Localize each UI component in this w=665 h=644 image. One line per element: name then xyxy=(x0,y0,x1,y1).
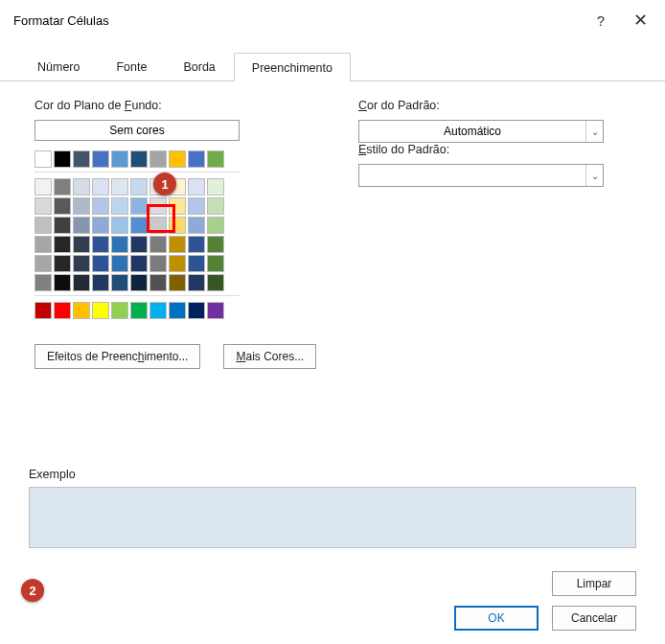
pattern-color-dropdown[interactable]: Automático ⌄ xyxy=(358,120,604,143)
color-swatch[interactable] xyxy=(207,255,224,272)
color-swatch[interactable] xyxy=(54,302,71,319)
color-swatch[interactable] xyxy=(92,217,109,234)
color-swatch[interactable] xyxy=(130,150,148,168)
color-swatch[interactable] xyxy=(54,178,71,196)
color-swatch[interactable] xyxy=(54,197,71,215)
color-swatch[interactable] xyxy=(169,150,186,168)
color-swatch[interactable] xyxy=(73,302,90,319)
color-swatch[interactable] xyxy=(130,274,148,291)
color-swatch[interactable] xyxy=(92,274,109,291)
color-swatch[interactable] xyxy=(149,302,167,319)
example-group: Exemplo xyxy=(29,468,636,548)
color-swatch[interactable] xyxy=(130,197,148,215)
tab-fonte[interactable]: Fonte xyxy=(98,52,165,80)
color-swatch[interactable] xyxy=(207,150,224,168)
color-swatch[interactable] xyxy=(111,217,128,234)
color-swatch[interactable] xyxy=(169,178,186,196)
fill-effects-button[interactable]: Efeitos de Preenchimento... xyxy=(34,344,200,369)
color-swatch[interactable] xyxy=(54,236,71,253)
color-swatch[interactable] xyxy=(130,178,148,196)
color-swatch[interactable] xyxy=(169,274,186,291)
color-swatch[interactable] xyxy=(188,150,205,168)
color-swatch[interactable] xyxy=(54,150,71,168)
color-swatch[interactable] xyxy=(207,236,224,253)
color-swatch[interactable] xyxy=(149,255,167,272)
color-swatch[interactable] xyxy=(111,150,128,168)
color-swatch[interactable] xyxy=(111,236,128,253)
color-swatch[interactable] xyxy=(130,255,148,272)
color-swatch[interactable] xyxy=(73,236,90,253)
color-swatch[interactable] xyxy=(111,197,128,215)
no-color-button[interactable]: Sem cores xyxy=(34,120,240,141)
color-swatch[interactable] xyxy=(73,274,90,291)
color-swatch[interactable] xyxy=(169,217,186,234)
cancel-button[interactable]: Cancelar xyxy=(552,606,636,631)
color-swatch[interactable] xyxy=(54,255,71,272)
color-swatch[interactable] xyxy=(130,302,148,319)
color-swatch[interactable] xyxy=(207,302,224,319)
color-swatch[interactable] xyxy=(111,302,128,319)
color-swatch[interactable] xyxy=(73,217,90,234)
example-label: Exemplo xyxy=(29,468,636,481)
footer-buttons: OK Cancelar 2 xyxy=(29,606,636,631)
color-swatch[interactable] xyxy=(54,217,71,234)
color-swatch[interactable] xyxy=(169,302,186,319)
color-swatch[interactable] xyxy=(130,236,148,253)
color-swatch[interactable] xyxy=(188,217,205,234)
color-swatch[interactable] xyxy=(34,274,52,291)
color-swatch[interactable] xyxy=(111,274,128,291)
pattern-style-dropdown[interactable]: ⌄ xyxy=(358,164,604,187)
color-swatch[interactable] xyxy=(34,150,52,168)
color-swatch[interactable] xyxy=(73,150,90,168)
color-swatch[interactable] xyxy=(207,274,224,291)
color-swatch[interactable] xyxy=(92,255,109,272)
color-swatch[interactable] xyxy=(207,178,224,196)
color-swatch[interactable] xyxy=(34,302,52,319)
color-swatch[interactable] xyxy=(34,178,52,196)
color-palette xyxy=(34,147,322,327)
more-colors-button[interactable]: Mais Cores... xyxy=(223,344,316,369)
color-swatch[interactable] xyxy=(130,217,148,234)
color-swatch[interactable] xyxy=(188,274,205,291)
color-swatch[interactable] xyxy=(149,217,167,234)
color-swatch[interactable] xyxy=(169,236,186,253)
close-icon[interactable]: ✕ xyxy=(630,8,652,33)
clear-button[interactable]: Limpar xyxy=(552,571,636,596)
color-swatch[interactable] xyxy=(149,274,167,291)
ok-button[interactable]: OK xyxy=(454,606,539,631)
color-swatch[interactable] xyxy=(111,255,128,272)
color-swatch[interactable] xyxy=(54,274,71,291)
color-swatch[interactable] xyxy=(149,150,167,168)
color-swatch[interactable] xyxy=(188,302,205,319)
chevron-down-icon: ⌄ xyxy=(585,121,603,142)
tab-preenchimento[interactable]: Preenchimento xyxy=(234,53,351,81)
color-swatch[interactable] xyxy=(111,178,128,196)
color-swatch[interactable] xyxy=(92,197,109,215)
tab-numero[interactable]: Número xyxy=(19,52,98,80)
color-swatch[interactable] xyxy=(169,255,186,272)
color-swatch[interactable] xyxy=(149,197,167,215)
chevron-down-icon: ⌄ xyxy=(585,165,603,186)
help-icon[interactable]: ? xyxy=(593,11,608,31)
color-swatch[interactable] xyxy=(188,255,205,272)
color-swatch[interactable] xyxy=(188,236,205,253)
color-swatch[interactable] xyxy=(188,197,205,215)
color-swatch[interactable] xyxy=(92,150,109,168)
color-swatch[interactable] xyxy=(34,236,52,253)
color-swatch[interactable] xyxy=(34,217,52,234)
color-swatch[interactable] xyxy=(34,255,52,272)
color-swatch[interactable] xyxy=(149,178,167,196)
color-swatch[interactable] xyxy=(73,255,90,272)
color-swatch[interactable] xyxy=(207,217,224,234)
color-swatch[interactable] xyxy=(34,197,52,215)
color-swatch[interactable] xyxy=(169,197,186,215)
color-swatch[interactable] xyxy=(92,236,109,253)
color-swatch[interactable] xyxy=(92,178,109,196)
color-swatch[interactable] xyxy=(92,302,109,319)
color-swatch[interactable] xyxy=(207,197,224,215)
color-swatch[interactable] xyxy=(73,197,90,215)
color-swatch[interactable] xyxy=(188,178,205,196)
color-swatch[interactable] xyxy=(149,236,167,253)
color-swatch[interactable] xyxy=(73,178,90,196)
tab-borda[interactable]: Borda xyxy=(165,52,233,80)
